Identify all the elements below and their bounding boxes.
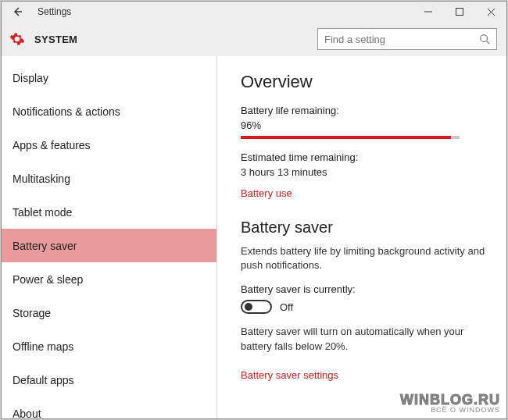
content-area: DisplayNotifications & actionsApps & fea…	[2, 56, 506, 418]
sidebar-item-battery-saver[interactable]: Battery saver	[2, 229, 216, 262]
watermark: WINBLOG.RU ВСЁ О WINDOWS	[400, 393, 500, 414]
search-input[interactable]	[324, 34, 479, 45]
battery-remaining-value: 96%	[241, 119, 488, 131]
minimize-icon	[424, 8, 432, 16]
saver-settings-link[interactable]: Battery saver settings	[241, 369, 338, 381]
close-icon	[487, 8, 495, 16]
svg-rect-0	[456, 9, 463, 16]
maximize-icon	[456, 8, 463, 16]
saver-toggle[interactable]	[241, 300, 272, 314]
battery-remaining-label: Battery life remaining:	[241, 105, 488, 116]
main-content: Overview Battery life remaining: 96% Est…	[217, 56, 506, 418]
sidebar: DisplayNotifications & actionsApps & fea…	[2, 56, 217, 418]
search-box[interactable]	[317, 28, 497, 50]
sidebar-item-storage[interactable]: Storage	[2, 296, 216, 329]
saver-toggle-row: Off	[241, 300, 488, 314]
header: SYSTEM	[2, 22, 506, 56]
saver-toggle-state: Off	[280, 301, 293, 313]
window-title: Settings	[38, 6, 413, 17]
search-icon	[479, 34, 490, 44]
battery-progress	[241, 136, 460, 139]
saver-heading: Battery saver	[241, 219, 488, 237]
back-arrow-icon	[11, 5, 23, 18]
battery-progress-fill	[241, 136, 451, 139]
toggle-knob	[245, 303, 252, 311]
sidebar-item-multitasking[interactable]: Multitasking	[2, 162, 216, 195]
sidebar-item-power[interactable]: Power & sleep	[2, 262, 216, 296]
overview-heading: Overview	[241, 72, 488, 92]
svg-point-1	[481, 35, 488, 42]
titlebar: Settings	[2, 2, 506, 22]
time-remaining-label: Estimated time remaining:	[241, 151, 488, 163]
settings-window: Settings SYSTEM DisplayNotifications & a…	[1, 1, 507, 419]
gear-icon	[9, 31, 25, 47]
saver-state-label: Battery saver is currently:	[241, 283, 488, 295]
minimize-button[interactable]	[413, 2, 444, 22]
sidebar-item-notifications[interactable]: Notifications & actions	[2, 94, 216, 128]
sidebar-item-offline-maps[interactable]: Offline maps	[2, 329, 216, 363]
close-button[interactable]	[475, 2, 506, 22]
saver-description: Extends battery life by limiting backgro…	[241, 244, 488, 272]
sidebar-item-tablet[interactable]: Tablet mode	[2, 195, 216, 229]
watermark-line1: WINBLOG.RU	[400, 393, 500, 407]
battery-use-link[interactable]: Battery use	[241, 187, 292, 199]
back-button[interactable]	[2, 2, 33, 22]
sidebar-item-apps[interactable]: Apps & features	[2, 128, 216, 162]
time-remaining-value: 3 hours 13 minutes	[241, 166, 488, 178]
maximize-button[interactable]	[444, 2, 475, 22]
sidebar-item-default-apps[interactable]: Default apps	[2, 363, 216, 397]
watermark-line2: ВСЁ О WINDOWS	[400, 407, 500, 414]
saver-auto-text: Battery saver will turn on automatically…	[241, 325, 488, 353]
sidebar-item-about[interactable]: About	[2, 397, 216, 418]
sidebar-item-display[interactable]: Display	[2, 61, 216, 94]
header-title: SYSTEM	[34, 34, 317, 45]
window-buttons	[413, 2, 506, 22]
